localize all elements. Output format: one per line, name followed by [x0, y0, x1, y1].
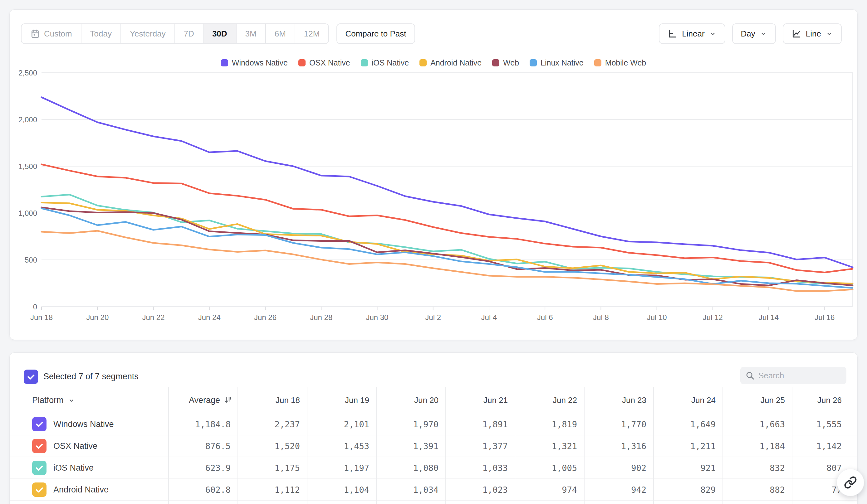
svg-text:2,500: 2,500 — [19, 69, 37, 77]
value-cell: 1,770 — [584, 419, 653, 429]
share-link-button[interactable] — [837, 469, 864, 496]
platform-label: iOS Native — [53, 463, 94, 473]
column-separator — [376, 387, 377, 504]
segments-table-body: Windows Native1,184.82,2372,1011,9701,89… — [10, 414, 858, 501]
date-column-header[interactable]: Jun 22 — [515, 395, 584, 405]
svg-text:Jul 14: Jul 14 — [759, 313, 779, 321]
date-column-header[interactable]: Jun 25 — [722, 395, 792, 405]
svg-text:Jun 20: Jun 20 — [86, 313, 109, 321]
value-cell: 1,891 — [445, 419, 515, 429]
series-line-osx-native — [42, 164, 853, 273]
segment-checkbox[interactable] — [32, 417, 46, 431]
segment-search[interactable] — [740, 367, 846, 384]
column-separator — [168, 387, 169, 504]
column-separator — [792, 387, 792, 504]
date-column-header[interactable]: Jun 23 — [584, 395, 653, 405]
platform-cell: OSX Native — [10, 439, 168, 453]
value-cell: 1,211 — [653, 441, 722, 451]
svg-text:Jun 26: Jun 26 — [254, 313, 277, 321]
date-column-header[interactable]: Jun 18 — [237, 395, 307, 405]
value-cell: 2,101 — [307, 419, 376, 429]
value-cell: 1,377 — [445, 441, 515, 451]
value-cell: 1,023 — [445, 485, 515, 495]
platform-label: Windows Native — [53, 419, 114, 429]
value-cell: 1,663 — [722, 419, 792, 429]
link-icon — [844, 476, 857, 489]
average-header-label: Average — [189, 395, 220, 405]
value-cell: 1,819 — [515, 419, 584, 429]
platform-header-label: Platform — [32, 395, 64, 405]
value-cell: 1,142 — [792, 441, 858, 451]
svg-text:0: 0 — [33, 303, 37, 311]
value-cell: 882 — [722, 485, 792, 495]
value-cell: 1,520 — [237, 441, 307, 451]
select-all-checkbox[interactable] — [24, 370, 38, 384]
value-cell: 1,175 — [237, 463, 307, 473]
value-cell: 1,184 — [722, 441, 792, 451]
segment-checkbox[interactable] — [32, 439, 46, 453]
value-cell: 1,033 — [445, 463, 515, 473]
svg-text:Jul 6: Jul 6 — [537, 313, 553, 321]
search-input[interactable] — [758, 371, 842, 381]
svg-text:Jul 4: Jul 4 — [481, 313, 497, 321]
svg-text:Jun 24: Jun 24 — [198, 313, 221, 321]
date-column-header[interactable]: Jun 19 — [307, 395, 376, 405]
value-cell: 1,555 — [792, 419, 858, 429]
value-cell: 974 — [515, 485, 584, 495]
value-cell: 1,104 — [307, 485, 376, 495]
search-icon — [745, 371, 754, 380]
value-cell: 1,080 — [376, 463, 445, 473]
platform-cell: Android Native — [10, 482, 168, 497]
average-cell: 602.8 — [168, 485, 237, 495]
average-cell: 876.5 — [168, 441, 237, 451]
value-cell: 1,316 — [584, 441, 653, 451]
column-separator — [237, 387, 238, 504]
table-row: Windows Native1,184.82,2372,1011,9701,89… — [10, 414, 858, 435]
value-cell: 921 — [653, 463, 722, 473]
value-cell: 1,321 — [515, 441, 584, 451]
date-column-header[interactable]: Jun 26 — [792, 395, 858, 405]
selected-segments-summary: Selected 7 of 7 segments — [43, 372, 139, 381]
table-row: iOS Native623.91,1751,1971,0801,0331,005… — [10, 457, 858, 479]
date-column-header[interactable]: Jun 24 — [653, 395, 722, 405]
column-separator — [722, 387, 723, 504]
svg-text:Jul 8: Jul 8 — [593, 313, 609, 321]
line-chart: 05001,0001,5002,0002,500Jun 18Jun 20Jun … — [10, 10, 858, 340]
date-column-header[interactable]: Jun 21 — [445, 395, 515, 405]
value-cell: 832 — [722, 463, 792, 473]
svg-text:Jun 22: Jun 22 — [142, 313, 164, 321]
value-cell: 1,649 — [653, 419, 722, 429]
chart-card: CustomTodayYesterday7D30D3M6M12M Compare… — [9, 9, 858, 340]
segments-card: Selected 7 of 7 segments Platform Averag… — [9, 352, 858, 504]
platform-column-header[interactable]: Platform — [10, 395, 168, 405]
value-cell: 1,034 — [376, 485, 445, 495]
average-cell: 623.9 — [168, 463, 237, 473]
platform-cell: Windows Native — [10, 417, 168, 431]
segments-table-header: Platform Average Jun 18Jun 19Jun 20Jun 2… — [10, 387, 858, 414]
column-separator — [445, 387, 446, 504]
column-separator — [584, 387, 585, 504]
svg-text:Jul 2: Jul 2 — [425, 313, 441, 321]
svg-text:Jun 30: Jun 30 — [366, 313, 388, 321]
segments-table: Platform Average Jun 18Jun 19Jun 20Jun 2… — [10, 387, 858, 501]
series-line-web — [42, 207, 853, 285]
value-cell: 1,391 — [376, 441, 445, 451]
platform-cell: iOS Native — [10, 461, 168, 475]
value-cell: 829 — [653, 485, 722, 495]
value-cell: 1,453 — [307, 441, 376, 451]
svg-text:Jul 10: Jul 10 — [647, 313, 667, 321]
average-column-header[interactable]: Average — [168, 395, 237, 405]
average-cell: 1,184.8 — [168, 419, 237, 429]
table-row: Android Native602.81,1121,1041,0341,0239… — [10, 479, 858, 501]
segment-checkbox[interactable] — [32, 482, 46, 497]
platform-label: OSX Native — [53, 441, 97, 451]
svg-text:2,000: 2,000 — [19, 116, 37, 124]
svg-text:1,500: 1,500 — [19, 162, 37, 171]
svg-text:Jul 16: Jul 16 — [815, 313, 835, 321]
table-row: OSX Native876.51,5201,4531,3911,3771,321… — [10, 435, 858, 457]
sort-descending-icon — [223, 396, 233, 405]
chevron-down-icon — [68, 397, 75, 404]
date-column-header[interactable]: Jun 20 — [376, 395, 445, 405]
segment-checkbox[interactable] — [32, 461, 46, 475]
column-separator — [307, 387, 308, 504]
